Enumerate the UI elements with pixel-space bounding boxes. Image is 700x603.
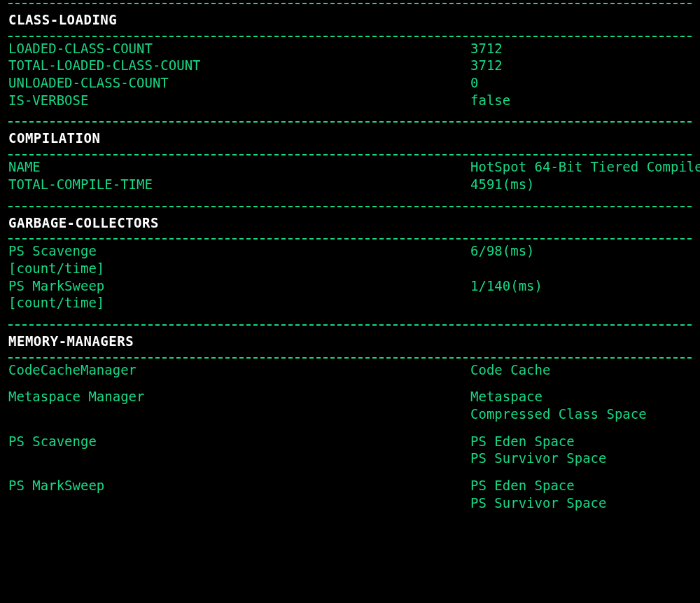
divider [8, 36, 692, 37]
kv-row: [count/time] [8, 294, 692, 312]
section-title-compilation: COMPILATION [8, 125, 692, 151]
kv-val: PS Survivor Space [470, 450, 692, 467]
kv-key: [count/time] [8, 260, 470, 277]
kv-val: 6/98(ms) [470, 242, 692, 260]
divider [8, 154, 692, 155]
section-title-mem-mgr: MEMORY-MANAGERS [8, 328, 692, 354]
kv-row: IS-VERBOSE false [8, 92, 692, 109]
compilation-rows: NAME HotSpot 64-Bit Tiered Compilers TOT… [8, 158, 692, 193]
kv-row: Metaspace Manager Metaspace [8, 388, 692, 406]
kv-row: PS MarkSweep PS Eden Space [8, 477, 692, 494]
divider [8, 3, 692, 4]
kv-row: PS Scavenge PS Eden Space [8, 433, 692, 450]
kv-val: false [470, 92, 692, 109]
gc-rows: PS Scavenge 6/98(ms) [count/time] PS Mar… [8, 242, 692, 312]
kv-row: NAME HotSpot 64-Bit Tiered Compilers [8, 158, 692, 176]
kv-row: LOADED-CLASS-COUNT 3712 [8, 40, 692, 57]
kv-key: PS Scavenge [8, 433, 470, 450]
kv-val: PS Eden Space [470, 433, 692, 450]
divider [8, 357, 692, 359]
kv-row: UNLOADED-CLASS-COUNT 0 [8, 74, 692, 92]
divider [8, 206, 692, 207]
kv-key [8, 406, 470, 423]
kv-key: TOTAL-COMPILE-TIME [8, 176, 470, 193]
kv-val: PS Survivor Space [470, 494, 692, 512]
kv-key: PS MarkSweep [8, 477, 470, 494]
kv-key: IS-VERBOSE [8, 92, 470, 109]
kv-val [470, 294, 692, 312]
mem-mgr-rows: CodeCacheManager Code Cache Metaspace Ma… [8, 361, 692, 512]
kv-key: NAME [8, 158, 470, 176]
kv-val: 3712 [470, 40, 692, 57]
kv-key [8, 494, 470, 512]
kv-key: UNLOADED-CLASS-COUNT [8, 74, 470, 92]
kv-key [8, 450, 470, 467]
divider [8, 238, 692, 240]
kv-key: TOTAL-LOADED-CLASS-COUNT [8, 57, 470, 74]
kv-val [470, 260, 692, 277]
divider [8, 121, 692, 123]
kv-row: PS Scavenge 6/98(ms) [8, 242, 692, 260]
kv-row: PS Survivor Space [8, 450, 692, 467]
kv-key: PS MarkSweep [8, 277, 470, 295]
kv-val: 3712 [470, 57, 692, 74]
jvm-report: CLASS-LOADING LOADED-CLASS-COUNT 3712 TO… [0, 3, 700, 520]
kv-key: CodeCacheManager [8, 361, 470, 379]
kv-row: CodeCacheManager Code Cache [8, 361, 692, 379]
kv-key: PS Scavenge [8, 242, 470, 260]
section-title-class-loading: CLASS-LOADING [8, 7, 692, 33]
kv-row: PS MarkSweep 1/140(ms) [8, 277, 692, 295]
kv-row: [count/time] [8, 260, 692, 277]
kv-row: PS Survivor Space [8, 494, 692, 512]
kv-key: LOADED-CLASS-COUNT [8, 40, 470, 57]
kv-val: PS Eden Space [470, 477, 692, 494]
kv-row: Compressed Class Space [8, 406, 692, 423]
kv-val: Compressed Class Space [470, 406, 692, 423]
kv-val: Metaspace [470, 388, 692, 406]
kv-key: [count/time] [8, 294, 470, 312]
kv-val: HotSpot 64-Bit Tiered Compilers [470, 158, 700, 176]
section-title-gc: GARBAGE-COLLECTORS [8, 210, 692, 236]
kv-val: 0 [470, 74, 692, 92]
kv-row: TOTAL-COMPILE-TIME 4591(ms) [8, 176, 692, 193]
class-loading-rows: LOADED-CLASS-COUNT 3712 TOTAL-LOADED-CLA… [8, 40, 692, 109]
kv-val: Code Cache [470, 361, 692, 379]
divider [8, 324, 692, 326]
kv-val: 1/140(ms) [470, 277, 692, 295]
kv-row: TOTAL-LOADED-CLASS-COUNT 3712 [8, 57, 692, 74]
kv-key: Metaspace Manager [8, 388, 470, 406]
kv-val: 4591(ms) [470, 176, 692, 193]
